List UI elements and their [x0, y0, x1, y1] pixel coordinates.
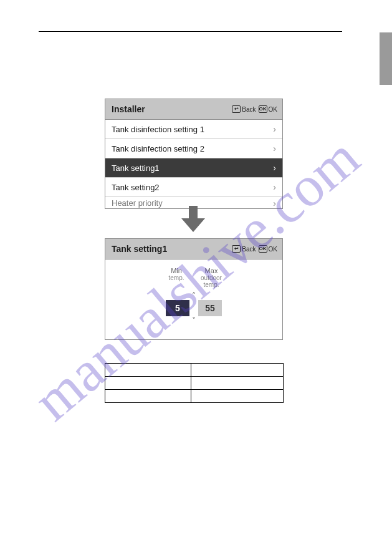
menu-item-tank-setting1[interactable]: Tank setting1 › — [105, 158, 282, 178]
back-icon: ↩ — [232, 105, 241, 113]
menu-item-tank-setting2[interactable]: Tank setting2 › — [105, 178, 282, 197]
ok-icon: OK — [259, 245, 267, 253]
tank-body: Min Max temp. outdoor temp. ˄ 5 55 ˅ — [105, 259, 282, 339]
back-label: Back — [242, 246, 256, 253]
chevron-right-icon: › — [273, 182, 276, 192]
installer-header: Installer ↩ Back OK OK — [105, 99, 282, 120]
chevron-right-icon: › — [273, 163, 276, 173]
svg-marker-0 — [181, 206, 205, 232]
max-label: Max — [195, 267, 227, 274]
min-sublabel: temp. — [160, 274, 193, 288]
installer-title: Installer — [112, 104, 145, 114]
down-arrow-icon — [176, 205, 210, 233]
ok-icon: OK — [259, 105, 267, 113]
tank-title: Tank setting1 — [112, 244, 167, 254]
menu-item-label: Tank disinfection setting 1 — [112, 125, 204, 134]
table-row — [105, 364, 284, 377]
chevron-right-icon: › — [273, 143, 276, 153]
max-sublabel: outdoor temp. — [195, 274, 227, 288]
menu-item-label: Tank setting2 — [112, 183, 160, 192]
menu-item-label: Tank setting1 — [112, 163, 160, 173]
back-button[interactable]: ↩ Back — [232, 245, 256, 253]
tank-setting-panel: Tank setting1 ↩ Back OK OK Min Max temp.… — [105, 238, 283, 340]
table-row — [105, 390, 284, 403]
installer-panel: Installer ↩ Back OK OK Tank disinfection… — [105, 99, 283, 209]
back-label: Back — [242, 106, 256, 113]
chevron-right-icon: › — [273, 124, 276, 134]
menu-item-tank-disinfection-1[interactable]: Tank disinfection setting 1 › — [105, 120, 282, 139]
empty-table — [105, 363, 284, 403]
menu-item-label: Heater priority — [112, 198, 163, 208]
max-temp-value[interactable]: 55 — [198, 300, 222, 316]
back-button[interactable]: ↩ Back — [232, 105, 256, 113]
tank-header: Tank setting1 ↩ Back OK OK — [105, 239, 282, 259]
ok-label: OK — [269, 246, 277, 253]
min-label: Min — [160, 267, 193, 274]
chevron-up-icon[interactable]: ˄ — [192, 292, 196, 299]
page-edge-tab — [380, 32, 392, 85]
chevron-right-icon: › — [273, 198, 276, 208]
ok-button[interactable]: OK OK — [259, 245, 277, 253]
ok-label: OK — [269, 106, 277, 113]
top-divider — [39, 31, 342, 32]
min-temp-value[interactable]: 5 — [166, 300, 189, 316]
menu-item-tank-disinfection-2[interactable]: Tank disinfection setting 2 › — [105, 139, 282, 158]
chevron-down-icon[interactable]: ˅ — [192, 317, 196, 324]
table-row — [105, 377, 284, 390]
menu-item-label: Tank disinfection setting 2 — [112, 144, 204, 153]
back-icon: ↩ — [232, 245, 241, 253]
ok-button[interactable]: OK OK — [259, 105, 277, 113]
